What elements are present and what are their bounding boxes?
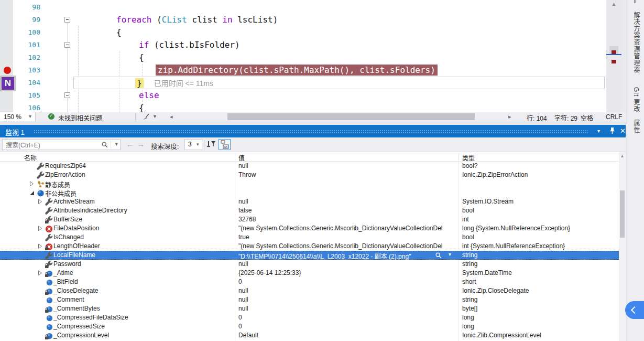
watch-row[interactable]: BufferSize32768int bbox=[0, 215, 619, 224]
watch-row[interactable]: _BitField0short bbox=[0, 278, 619, 286]
watch-value-cell[interactable]: null bbox=[238, 198, 445, 205]
watch-name-cell[interactable]: AttributesIndicateDirectory bbox=[53, 207, 127, 214]
status-line-ending[interactable]: CRLF bbox=[606, 113, 622, 121]
column-header-name[interactable]: 名称 bbox=[24, 153, 37, 162]
expand-arrow-icon[interactable] bbox=[29, 181, 35, 188]
pinnable-properties-filter-icon[interactable] bbox=[206, 141, 215, 151]
search-input[interactable] bbox=[5, 140, 91, 150]
watch-row[interactable]: LengthOfHeader"(new System.Collections.G… bbox=[0, 242, 619, 251]
watch-name-cell[interactable]: _Atime bbox=[53, 269, 73, 276]
watch-value-cell[interactable]: 0 bbox=[238, 314, 445, 321]
watch-name-cell[interactable]: 静态成员 bbox=[45, 180, 70, 189]
editor-vertical-scrollbar[interactable]: ▲ bbox=[606, 0, 621, 112]
watch-name-cell[interactable]: _Comment bbox=[53, 296, 84, 303]
watch-row[interactable]: Passwordnullstring bbox=[0, 260, 619, 269]
fold-toggle[interactable] bbox=[64, 92, 70, 98]
code-cleanup-button[interactable] bbox=[141, 113, 151, 122]
code-line[interactable]: 101if (clist.bIsFolder) bbox=[0, 39, 606, 51]
search-icon[interactable] bbox=[101, 141, 108, 151]
scroll-up-icon[interactable]: ▲ bbox=[606, 1, 621, 7]
watch-value-cell[interactable]: "(new System.Collections.Generic.Mscorli… bbox=[238, 225, 445, 232]
horizontal-scrollbar-thumb[interactable] bbox=[227, 113, 475, 120]
column-header-value[interactable]: 值 bbox=[238, 153, 245, 162]
scroll-right-icon[interactable]: ▸ bbox=[508, 113, 511, 120]
expand-arrow-icon[interactable] bbox=[38, 199, 43, 206]
scrollbar-thumb[interactable] bbox=[620, 190, 625, 238]
watch-value-cell[interactable]: null bbox=[238, 287, 445, 294]
watch-value-cell[interactable]: null bbox=[238, 162, 445, 169]
close-icon[interactable]: ✕ bbox=[620, 127, 626, 135]
watch-row[interactable]: _CompressionLevelDefaultIonic.Zlib.Compr… bbox=[0, 331, 619, 340]
code-line[interactable]: 106{ bbox=[0, 102, 606, 112]
window-menu-icon[interactable]: ▾ bbox=[597, 128, 600, 134]
code-line[interactable]: 103zip.AddDirectory(clist.sPath.MaxPath(… bbox=[0, 64, 606, 77]
watch-name-cell[interactable]: ArchiveStream bbox=[53, 198, 95, 205]
search-depth-select[interactable]: 3 ▾ bbox=[184, 139, 202, 150]
watch-row[interactable]: _Atime{2025-06-14 12:25:33}System.DateTi… bbox=[0, 269, 619, 278]
watch-row[interactable]: ArchiveStreamnullSystem.IO.Stream bbox=[0, 197, 619, 206]
watch-name-cell[interactable]: _BitField bbox=[53, 278, 78, 285]
collapse-panel-button[interactable] bbox=[625, 301, 644, 319]
zoom-select[interactable]: 150 % ▾ bbox=[0, 112, 36, 121]
watch-row[interactable]: _Commentnullstring bbox=[0, 295, 619, 304]
column-resize-handle[interactable] bbox=[459, 153, 459, 161]
chevron-down-icon[interactable]: ▾ bbox=[449, 251, 451, 257]
watch-row[interactable]: AttributesIndicateDirectoryfalsebool bbox=[0, 206, 619, 215]
watch-value-cell[interactable]: Default bbox=[238, 332, 445, 339]
expand-arrow-icon[interactable] bbox=[38, 243, 43, 251]
watch-name-cell[interactable]: _CompressionLevel bbox=[53, 332, 109, 339]
watch-name-cell[interactable]: LocalFileName bbox=[53, 251, 95, 259]
watch-value-cell[interactable]: 0 bbox=[238, 278, 445, 285]
fold-toggle[interactable] bbox=[64, 42, 70, 48]
watch-value-cell[interactable]: Throw bbox=[238, 171, 445, 178]
pin-icon[interactable] bbox=[609, 127, 616, 136]
margin-extension-badge[interactable]: N bbox=[0, 76, 16, 91]
status-char-number[interactable]: 字符: 29 bbox=[554, 113, 577, 122]
watch-row[interactable]: RequiresZip64nullbool? bbox=[0, 162, 619, 170]
watch-name-cell[interactable]: _CompressedSize bbox=[53, 323, 105, 330]
expand-arrow-icon[interactable] bbox=[38, 270, 43, 278]
code-line[interactable]: 99foreach (CList clist in lscList) bbox=[0, 14, 606, 26]
perf-tip[interactable]: 已用时间 <= 11ms bbox=[154, 79, 213, 88]
watch-row[interactable]: 非公共成员 bbox=[0, 188, 619, 197]
watch-name-cell[interactable]: RequiresZip64 bbox=[45, 162, 86, 169]
status-line-number[interactable]: 行: 104 bbox=[527, 113, 547, 122]
watch-value-cell[interactable]: null bbox=[238, 305, 445, 312]
column-header-type[interactable]: 类型 bbox=[462, 153, 475, 162]
breakpoint-icon[interactable] bbox=[4, 67, 11, 74]
watch-name-cell[interactable]: _CompressedFileDataSize bbox=[53, 314, 128, 321]
show-raw-structure-toggle[interactable]: ab bbox=[219, 139, 231, 150]
watch-value-cell[interactable]: 32768 bbox=[238, 216, 445, 223]
watch-value-cell[interactable]: false bbox=[238, 207, 445, 214]
code-line[interactable]: 100{ bbox=[0, 26, 606, 39]
watch-name-cell[interactable]: LengthOfHeader bbox=[53, 242, 100, 250]
code-editor[interactable]: 9899foreach (CList clist in lscList)100{… bbox=[0, 0, 606, 112]
watch-value-cell[interactable]: "D:\\TEMP\\0714\\250614\\a\\L_L2003_x120… bbox=[238, 251, 445, 260]
watch-value-cell[interactable]: "(new System.Collections.Generic.Mscorli… bbox=[238, 242, 445, 250]
watch-row[interactable]: IsChangedtruebool bbox=[0, 233, 619, 242]
column-resize-handle[interactable] bbox=[235, 153, 235, 161]
watch-title-bar[interactable]: 监视 1 ▾ ✕ bbox=[0, 125, 626, 137]
health-check-icon[interactable] bbox=[48, 113, 54, 120]
watch-row[interactable]: _CompressedSize0long bbox=[0, 322, 619, 331]
tab-solution-explorer[interactable]: 解决方案资源管理器 bbox=[632, 12, 641, 73]
watch-row[interactable]: LocalFileName"D:\\TEMP\\0714\\250614\\a\… bbox=[0, 251, 619, 260]
watch-value-cell[interactable]: {2025-06-14 12:25:33} bbox=[238, 269, 445, 276]
watch-name-cell[interactable]: Password bbox=[53, 260, 81, 268]
tab-properties[interactable]: 属性 bbox=[632, 120, 641, 133]
collapse-arrow-icon[interactable] bbox=[29, 190, 35, 197]
watch-name-cell[interactable]: ZipErrorAction bbox=[45, 171, 85, 178]
watch-row[interactable]: 静态成员 bbox=[0, 179, 619, 188]
watch-vertical-scrollbar[interactable]: ▲ bbox=[619, 152, 626, 341]
status-spaces-mode[interactable]: 空格 bbox=[581, 113, 593, 122]
watch-name-cell[interactable]: IsChanged bbox=[53, 233, 84, 241]
watch-row[interactable]: FileDataPosition"(new System.Collections… bbox=[0, 224, 619, 233]
scroll-left-icon[interactable]: ◂ bbox=[170, 113, 173, 120]
watch-value-cell[interactable]: null bbox=[238, 296, 445, 303]
back-arrow-icon[interactable]: ← bbox=[126, 140, 134, 148]
watch-name-cell[interactable]: _CloseDelegate bbox=[53, 287, 98, 294]
code-line[interactable]: 98 bbox=[0, 1, 606, 14]
watch-value-cell[interactable]: 0 bbox=[238, 323, 445, 330]
watch-value-cell[interactable]: true bbox=[238, 233, 445, 241]
fold-toggle[interactable] bbox=[64, 17, 70, 23]
